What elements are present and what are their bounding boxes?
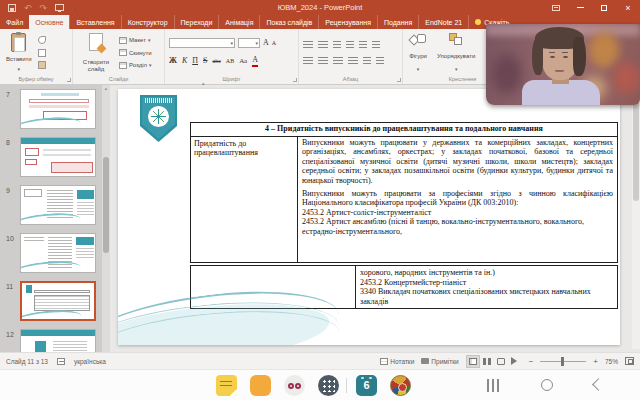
paragraph-dialog-launcher-icon[interactable] [397,78,401,82]
shadow-button[interactable]: abc [212,56,220,66]
scroll-up-icon[interactable]: ▴ [102,85,110,93]
smartart-convert-icon[interactable] [376,57,384,64]
minimize-button[interactable] [568,0,592,15]
comments-button[interactable]: Примітки [421,358,458,365]
main-scrollbar[interactable] [632,87,640,349]
back-button[interactable] [592,378,605,391]
zoom-slider[interactable] [540,361,586,362]
slideshow-view-button[interactable] [508,355,522,368]
bullets-icon[interactable] [303,41,313,48]
webcam-overlay[interactable] [486,24,640,105]
save-icon[interactable] [8,4,16,12]
thumbnail-slide-11-selected[interactable] [20,281,96,321]
thumbnail-slide-7[interactable] [20,89,96,129]
group-slides: Створити слайд Макет▾ Скинути Розділ▾ Сл… [72,29,164,84]
normal-view-button[interactable] [466,355,480,368]
font-dialog-launcher-icon[interactable] [293,78,297,82]
tab-review[interactable]: Рецензування [318,15,377,29]
employability-table[interactable]: 4 – Придатність випускників до працевлаш… [190,122,618,263]
language-indicator[interactable]: українська [74,358,106,365]
arrange-button[interactable]: Упорядкувати ▾ [435,31,477,74]
change-case-button[interactable]: Аа [239,56,247,66]
numbering-icon[interactable] [318,41,328,48]
text-direction-icon[interactable] [372,41,380,48]
home-button[interactable] [541,379,553,391]
align-center-icon[interactable] [318,57,328,64]
panel-scrollbar[interactable]: ▴ [102,85,110,352]
zoom-in-button[interactable]: + [593,357,598,366]
tab-insert[interactable]: Вставлення [69,15,120,29]
close-button[interactable]: × [616,0,640,15]
justify-icon[interactable] [348,57,358,64]
bold-button[interactable]: Ж [169,56,177,66]
underline-button[interactable]: П [192,56,198,66]
thumbnail-slide-12[interactable] [20,329,96,352]
zoom-out-button[interactable]: − [529,357,534,366]
reset-button[interactable]: Скинути [119,49,152,56]
thumbnail-slide-8[interactable] [20,137,96,177]
tab-transitions[interactable]: Переходи [174,15,219,29]
thumbnail-slide-9[interactable] [20,185,96,225]
align-left-icon[interactable] [303,57,313,64]
section-button[interactable]: Розділ▾ [119,62,152,69]
collapse-ribbon-icon[interactable]: ▴ [202,80,205,86]
tab-view[interactable]: Подання [377,15,418,29]
files-app-icon[interactable] [250,375,271,396]
strikethrough-button[interactable]: S [203,56,207,66]
line: 2453.2 Концертмейстер-піаніст [360,278,613,288]
slide-canvas[interactable]: 4 – Придатність випускників до працевлаш… [118,89,620,345]
clipboard-dialog-launcher-icon[interactable] [67,78,71,82]
panel-scrollbar-thumb[interactable] [103,157,109,253]
italic-button[interactable]: К [182,56,187,66]
shrink-font-button[interactable]: А [272,38,276,48]
copy-icon[interactable] [38,49,46,57]
decrease-indent-icon[interactable] [333,41,341,48]
grow-font-button[interactable]: А [263,38,269,48]
app-drawer-icon[interactable] [318,375,339,396]
shapes-button[interactable]: Фігури ▾ [407,31,429,74]
zoom-level[interactable]: 75% [605,358,618,365]
align-right-icon[interactable] [333,57,343,64]
font-name-combo[interactable]: ▾ [169,38,235,48]
notes-app-icon[interactable] [216,375,237,396]
group-label-font: Шрифт [169,74,294,84]
columns-icon[interactable] [363,57,371,64]
character-spacing-button[interactable]: АВ [226,56,234,66]
main-scrollbar-thumb[interactable] [633,91,639,201]
redo-icon[interactable]: ↷ [40,3,48,13]
emblem-app-icon[interactable] [390,375,411,396]
slide-sorter-button[interactable] [480,355,494,368]
reading-view-button[interactable] [494,355,508,368]
ribbon-display-options-icon[interactable] [544,0,568,15]
fit-slide-to-window-icon[interactable] [625,357,634,365]
tab-file[interactable]: Файл [0,15,29,29]
start-slideshow-icon[interactable] [55,4,64,11]
font-color-button[interactable]: А [252,55,258,67]
customize-qat-icon[interactable]: ▾ [72,5,75,11]
layout-button[interactable]: Макет▾ [119,37,152,44]
zoom-slider-thumb[interactable] [561,357,564,366]
restore-button[interactable] [592,0,616,15]
camera-app-icon[interactable] [284,375,305,396]
tab-endnote[interactable]: EndNote 21 [418,15,468,29]
tab-slideshow[interactable]: Показ слайдів [259,15,318,29]
recent-apps-button[interactable] [487,379,499,392]
paste-button[interactable]: Вставити ▾ [4,31,34,74]
tab-animations[interactable]: Анімація [218,15,259,29]
new-slide-button[interactable]: Створити слайд [77,31,115,74]
line-spacing-icon[interactable] [359,41,367,48]
slide-editor-area: 4 – Придатність випускників до працевлаш… [110,85,640,352]
paste-icon [11,33,26,52]
undo-icon[interactable]: ↶ [24,3,32,13]
increase-indent-icon[interactable] [346,41,354,48]
calendar-app-icon[interactable]: 6 [356,375,377,396]
tab-design[interactable]: Конструктор [121,15,174,29]
format-painter-icon[interactable] [38,61,46,69]
college-logo-icon [140,95,177,142]
tab-home[interactable]: Основне [29,15,69,29]
cut-icon[interactable] [38,36,46,44]
spellcheck-icon[interactable] [57,358,65,365]
font-size-combo[interactable]: ▾ [238,38,260,48]
thumbnail-slide-10[interactable] [20,233,96,273]
notes-button[interactable]: Нотатки [380,358,414,365]
